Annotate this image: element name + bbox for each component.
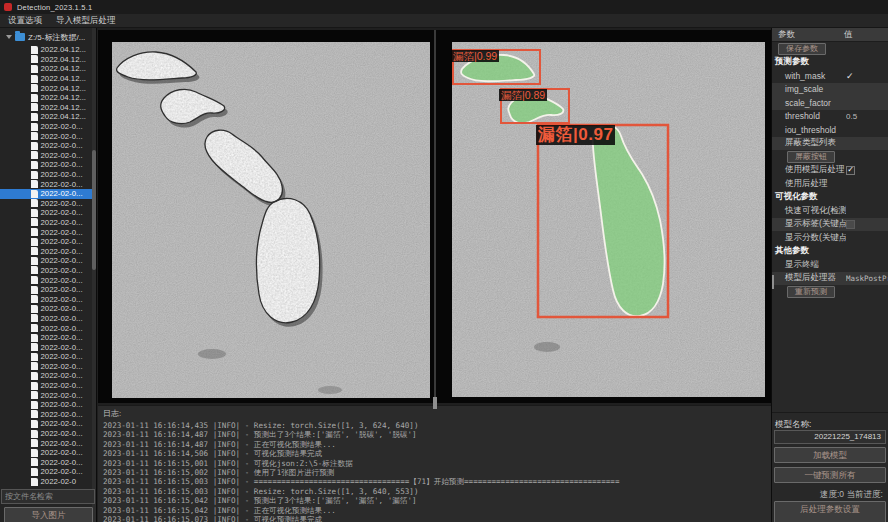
tree-item[interactable]: 2022-02-0... bbox=[0, 419, 96, 429]
param-button[interactable]: 保存参数 bbox=[778, 43, 826, 55]
menu-item-settings[interactable]: 设置选项 bbox=[8, 15, 42, 27]
tree-item[interactable]: 2022-02-0... bbox=[0, 429, 96, 439]
tree-item[interactable]: 2022-02-0... bbox=[0, 314, 96, 324]
tree-item[interactable]: 2022.04.12... bbox=[0, 55, 96, 65]
tree-item[interactable]: 2022.04.12... bbox=[0, 45, 96, 55]
tree-item[interactable]: 2022-02-0... bbox=[0, 237, 96, 247]
tree-item[interactable]: 2022-02-0... bbox=[0, 189, 96, 199]
param-row[interactable]: 模型后处理器MaskPostProc bbox=[772, 272, 888, 286]
param-row[interactable]: with_mask✓ bbox=[772, 69, 888, 83]
param-row[interactable]: 屏蔽类型列表 bbox=[772, 137, 888, 151]
tree-item[interactable]: 2022-02-0... bbox=[0, 170, 96, 180]
tree-scrollbar[interactable] bbox=[92, 28, 96, 522]
param-row[interactable]: threshold0.5 bbox=[772, 110, 888, 124]
tree-item[interactable]: 2022-02-0... bbox=[0, 410, 96, 420]
tree-item[interactable]: 2022-02-0... bbox=[0, 131, 96, 141]
tree-item[interactable]: 2022-02-0 bbox=[0, 477, 96, 487]
title-bar: Detection_2023.1.5.1 bbox=[0, 0, 888, 14]
tree-item[interactable]: 2022-02-0... bbox=[0, 285, 96, 295]
tree-item[interactable]: 2022-02-0... bbox=[0, 458, 96, 468]
load-model-button[interactable]: 加载模型 bbox=[774, 447, 886, 463]
tree-item[interactable]: 2022.04.12... bbox=[0, 93, 96, 103]
file-icon bbox=[31, 257, 38, 265]
checkbox-empty-icon[interactable] bbox=[846, 220, 855, 229]
tree-item[interactable]: 2022-02-0... bbox=[0, 141, 96, 151]
tree-item[interactable]: 2022-02-0... bbox=[0, 323, 96, 333]
file-icon bbox=[31, 65, 38, 73]
tree-item[interactable]: 2022-02-0... bbox=[0, 199, 96, 209]
param-label: 模型后处理器 bbox=[772, 272, 846, 284]
tree-item[interactable]: 2022-02-0... bbox=[0, 227, 96, 237]
tree-item[interactable]: 2022-02-0... bbox=[0, 400, 96, 410]
tree-item[interactable]: 2022.04.12... bbox=[0, 83, 96, 93]
file-icon bbox=[31, 228, 38, 236]
file-icon bbox=[31, 343, 38, 351]
tree-item[interactable]: 2022-02-0... bbox=[0, 151, 96, 161]
tree-item[interactable]: 2022-02-0... bbox=[0, 371, 96, 381]
param-row[interactable]: iou_threshold bbox=[772, 123, 888, 137]
tree-item[interactable]: 2022-02-0... bbox=[0, 333, 96, 343]
tree-item[interactable]: 2022-02-0... bbox=[0, 208, 96, 218]
param-section-header: 可视化参数 bbox=[772, 191, 888, 205]
tree-item[interactable]: 2022-02-0... bbox=[0, 256, 96, 266]
param-row[interactable]: 使用模型后处理✓ bbox=[772, 164, 888, 178]
file-icon bbox=[31, 401, 38, 409]
file-icon bbox=[31, 247, 38, 255]
tree-item[interactable]: 2022-02-0... bbox=[0, 304, 96, 314]
param-button[interactable]: 屏蔽按钮 bbox=[787, 151, 835, 163]
param-row[interactable]: scale_factor bbox=[772, 96, 888, 110]
tree-item[interactable]: 2022.04.12... bbox=[0, 103, 96, 113]
tree-item[interactable]: 2022-02-0... bbox=[0, 381, 96, 391]
log-panel[interactable]: 日志: 2023-01-11 16:16:14,435 |INFO| - Res… bbox=[98, 405, 771, 522]
param-button[interactable]: 重新预测 bbox=[787, 286, 835, 298]
tree-item[interactable]: 2022-02-0... bbox=[0, 467, 96, 477]
param-row[interactable]: 显示标签(关键点) bbox=[772, 218, 888, 232]
param-row[interactable]: 使用后处理 bbox=[772, 177, 888, 191]
tree-item-label: 2022-02-0... bbox=[41, 381, 83, 390]
predict-all-button[interactable]: 一键预测所有 bbox=[774, 467, 886, 483]
param-row[interactable]: 显示终端 bbox=[772, 258, 888, 272]
tree-item[interactable]: 2022-02-0... bbox=[0, 448, 96, 458]
param-row[interactable]: 快速可视化(检测) bbox=[772, 204, 888, 218]
tree-root-node[interactable]: Z:/5-标注数据/... bbox=[0, 31, 85, 43]
postprocess-settings-button[interactable]: 后处理参数设置 bbox=[774, 501, 886, 522]
tree-root-label: Z:/5-标注数据/... bbox=[28, 32, 85, 43]
tree-item[interactable]: 2022.04.12... bbox=[0, 74, 96, 84]
tree-item[interactable]: 2022-02-0... bbox=[0, 342, 96, 352]
prediction-image-viewer[interactable]: 漏箔|0.99 漏箔|0.89 漏箔|0.97 bbox=[438, 30, 771, 403]
file-icon bbox=[31, 209, 38, 217]
checkbox-checked-icon[interactable]: ✓ bbox=[846, 166, 855, 175]
tree-item[interactable]: 2022-02-0... bbox=[0, 362, 96, 372]
file-icon bbox=[31, 372, 38, 380]
param-value: ✓ bbox=[846, 166, 888, 175]
splitter-handle[interactable] bbox=[433, 397, 437, 409]
tree-scrollbar-thumb[interactable] bbox=[92, 150, 96, 270]
tree-item[interactable]: 2022-02-0... bbox=[0, 294, 96, 304]
tree-item[interactable]: 2022-02-0... bbox=[0, 160, 96, 170]
file-icon bbox=[31, 123, 38, 131]
param-button-row: 重新预测 bbox=[772, 285, 888, 299]
log-title: 日志: bbox=[103, 408, 766, 419]
splitter-handle[interactable] bbox=[771, 275, 774, 289]
model-name-field[interactable]: 20221225_174813 bbox=[774, 430, 886, 444]
menu-item-import-postprocess[interactable]: 导入模型后处理 bbox=[56, 15, 116, 27]
tree-item[interactable]: 2022-02-0... bbox=[0, 218, 96, 228]
chevron-down-icon[interactable] bbox=[6, 35, 12, 39]
tree-item[interactable]: 2022.04.12... bbox=[0, 112, 96, 122]
tree-item[interactable]: 2022-02-0... bbox=[0, 179, 96, 189]
tree-item[interactable]: 2022-02-0... bbox=[0, 390, 96, 400]
tree-item[interactable]: 2022-02-0... bbox=[0, 352, 96, 362]
file-icon bbox=[31, 161, 38, 169]
tree-item[interactable]: 2022-02-0... bbox=[0, 266, 96, 276]
tree-item[interactable]: 2022-02-0... bbox=[0, 246, 96, 256]
file-icon bbox=[31, 46, 38, 54]
tree-item[interactable]: 2022.04.12... bbox=[0, 64, 96, 74]
import-images-button[interactable]: 导入图片 bbox=[4, 507, 93, 522]
param-row[interactable]: 显示分数(关键点) bbox=[772, 231, 888, 245]
search-input[interactable] bbox=[1, 489, 95, 504]
tree-item[interactable]: 2022-02-0... bbox=[0, 275, 96, 285]
tree-item[interactable]: 2022-02-0... bbox=[0, 438, 96, 448]
tree-item[interactable]: 2022-02-0... bbox=[0, 122, 96, 132]
param-row[interactable]: img_scale bbox=[772, 83, 888, 97]
original-image-viewer[interactable] bbox=[98, 30, 436, 403]
